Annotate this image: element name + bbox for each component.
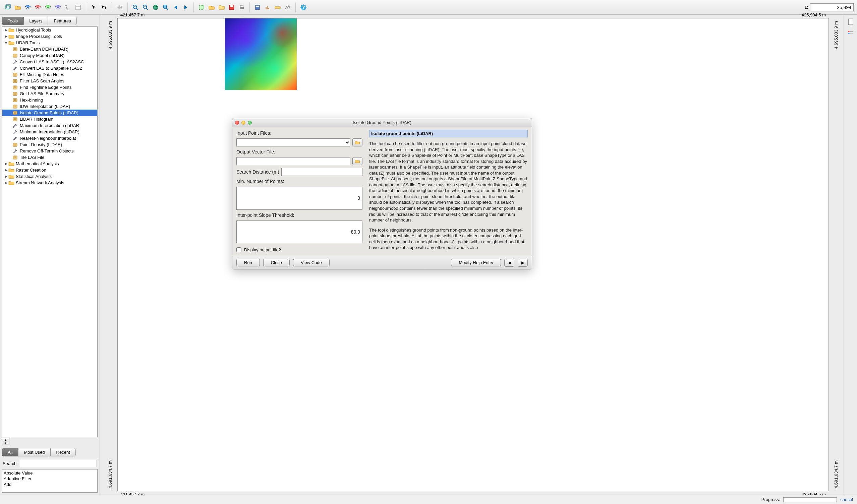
map-icon[interactable] [197,3,206,12]
tree-category[interactable]: ▶Hydrological Tools [2,27,97,33]
properties-icon[interactable] [74,3,83,12]
list-item[interactable]: Add [3,482,97,487]
save-icon[interactable] [227,3,236,12]
tree-tool-item[interactable]: Get LAS File Summary [2,90,97,97]
zoom-layer-icon[interactable] [161,3,170,12]
zoom-out-icon[interactable] [141,3,150,12]
dialog-help: Isolate ground points (LiDAR) This tool … [367,127,532,256]
display-output-checkbox[interactable] [236,247,241,252]
nav-back-icon[interactable] [171,3,180,12]
attribute-table-icon[interactable] [64,3,72,12]
zoom-in-icon[interactable] [131,3,140,12]
svg-rect-21 [240,5,243,7]
page-icon[interactable] [847,18,854,25]
print-icon[interactable] [237,3,246,12]
legend-icon[interactable] [847,30,854,37]
tree-tool-item[interactable]: Filter LAS Scan Angles [2,78,97,84]
coord-y-min-right: 4,691,634.7 m [834,460,839,488]
list-item[interactable]: Absolute Value [3,470,97,476]
filter-most-used[interactable]: Most Used [18,448,50,456]
tree-category[interactable]: ▶Image Processing Tools [2,33,97,39]
progress-bar [783,497,837,502]
browse-output-button[interactable] [352,157,363,165]
layers-remove-icon[interactable] [34,3,42,12]
nav-forward-icon[interactable] [181,3,190,12]
tree-tool-item[interactable]: Hex-binning [2,97,97,103]
statusbar: Progress: cancel [0,494,857,504]
help-icon[interactable]: ? [299,3,308,12]
input-files-select[interactable] [236,138,350,146]
profile-icon[interactable] [283,3,292,12]
tree-tool-item[interactable]: Canopy Model (LiDAR) [2,52,97,59]
svg-rect-1 [6,5,11,8]
layers-bottom-icon[interactable] [54,3,62,12]
tree-tool-item[interactable]: Fill Missing Data Holes [2,71,97,78]
pan-icon[interactable] [115,3,124,12]
display-output-check-row[interactable]: Display output file? [236,247,363,252]
measure-icon[interactable] [273,3,282,12]
tree-category[interactable]: ▶Stream Network Analysis [2,180,97,186]
histogram-icon[interactable] [263,3,272,12]
help-prev-button[interactable]: ◀ [504,259,514,267]
open-icon[interactable] [13,3,22,12]
svg-rect-52 [13,99,17,102]
new-layer-icon[interactable] [3,3,12,12]
layers-top-icon[interactable] [44,3,52,12]
tree-tool-item[interactable]: Convert LAS to ASCII (LAS2ASC [2,59,97,65]
close-button[interactable]: Close [263,259,290,266]
min-points-input[interactable] [236,187,363,210]
calculator-icon[interactable] [253,3,262,12]
tree-scroll-stepper[interactable]: ▲▼ [2,438,10,445]
filter-all[interactable]: All [2,448,18,456]
tree-tool-item[interactable]: Isolate Ground Points (LiDAR) [2,109,97,116]
tree-tool-item[interactable]: Nearest-Neighbour Interpolat [2,135,97,141]
scale-input[interactable] [810,3,854,12]
run-button[interactable]: Run [236,259,260,266]
tree-tool-item[interactable]: Point Density (LiDAR) [2,141,97,148]
dialog-titlebar[interactable]: Isolate Ground Points (LiDAR) [232,118,532,127]
right-sidebar [844,15,857,494]
layers-add-icon[interactable] [23,3,32,12]
tab-tools[interactable]: Tools [2,17,23,25]
tree-tool-item[interactable]: Minimum Interpolation (LiDAR) [2,129,97,135]
cancel-link[interactable]: cancel [840,497,853,502]
tree-category[interactable]: ▶Raster Creation [2,167,97,173]
search-input[interactable] [20,460,97,467]
svg-rect-25 [267,6,268,10]
list-item[interactable]: Adaptive Filter [3,476,97,482]
close-icon[interactable] [235,121,239,125]
tab-features[interactable]: Features [48,17,77,25]
tree-tool-item[interactable]: LiDAR Histogram [2,116,97,122]
folder-icon[interactable] [217,3,226,12]
tree-category[interactable]: ▶Mathematical Analysis [2,160,97,167]
modify-help-button[interactable]: Modify Help Entry [451,259,501,266]
browse-input-button[interactable] [352,138,363,146]
minimize-icon[interactable] [241,121,246,125]
tree-tool-item[interactable]: Remove Off-Terrain Objects [2,148,97,154]
svg-rect-17 [164,6,166,8]
tree-tool-item[interactable]: Tile LAS File [2,154,97,160]
filter-recent[interactable]: Recent [51,448,76,456]
tree-tool-item[interactable]: Maximum Interpolation (LiDAR [2,122,97,129]
tree-tool-item[interactable]: Find Flightline Edge Points [2,84,97,90]
output-file-input[interactable] [236,157,350,165]
tree-tool-item[interactable]: IDW Interpolation (LiDAR) [2,103,97,109]
tree-tool-item[interactable]: Convert LAS to Shapefile (LAS2 [2,65,97,71]
help-pointer-icon[interactable]: ? [100,3,108,12]
tool-list[interactable]: Absolute ValueAdaptive FilterAdd [2,469,98,492]
folder-open-icon[interactable] [207,3,216,12]
maximize-icon[interactable] [248,121,252,125]
slope-threshold-input[interactable] [236,221,363,244]
svg-rect-3 [76,5,81,10]
coord-x-max-top: 425,904.5 m [802,12,826,17]
tree-category[interactable]: ▼LiDAR Tools [2,39,97,46]
view-code-button[interactable]: View Code [293,259,330,266]
zoom-full-icon[interactable] [151,3,160,12]
help-next-button[interactable]: ▶ [518,259,528,267]
tree-category[interactable]: ▶Statistical Analysis [2,173,97,180]
tab-layers[interactable]: Layers [23,17,48,25]
search-distance-input[interactable] [281,168,363,176]
tree-tool-item[interactable]: Bare-Earth DEM (LiDAR) [2,46,97,52]
pointer-icon[interactable] [89,3,98,12]
tool-tree[interactable]: ▶Hydrological Tools▶Image Processing Too… [2,27,98,437]
